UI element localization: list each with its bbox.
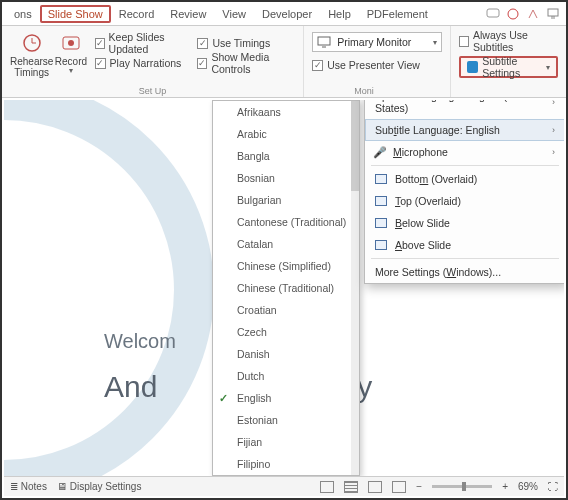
language-option[interactable]: Cantonese (Traditional) xyxy=(213,211,359,233)
monitor-dropdown[interactable]: Primary Monitor ▾ xyxy=(312,32,442,52)
menu-below-slide[interactable]: Below Slide xyxy=(365,212,564,234)
clock-icon xyxy=(21,32,43,54)
position-icon xyxy=(375,174,387,184)
scrollbar-thumb[interactable] xyxy=(351,101,359,191)
language-option[interactable]: Danish xyxy=(213,343,359,365)
menu-more-settings[interactable]: More Settings (Windows)... xyxy=(365,261,564,283)
reading-view-icon[interactable] xyxy=(368,481,382,493)
menu-spoken-language[interactable]: Spoken Language: English (United States)… xyxy=(365,100,564,119)
language-option[interactable]: Croatian xyxy=(213,299,359,321)
menu-bottom-overlaid[interactable]: Bottom (Overlaid) xyxy=(365,168,564,190)
zoom-out-button[interactable]: − xyxy=(416,481,422,492)
language-option[interactable]: Fijian xyxy=(213,431,359,453)
share-icon[interactable] xyxy=(526,7,540,21)
menu-above-slide[interactable]: Above Slide xyxy=(365,234,564,256)
use-presenter-label: Use Presenter View xyxy=(327,59,420,71)
subtitle-settings-menu: Spoken Language: English (United States)… xyxy=(364,100,564,284)
tab-pdfelement[interactable]: PDFelement xyxy=(359,5,436,23)
language-option[interactable]: Arabic xyxy=(213,123,359,145)
position-icon xyxy=(375,218,387,228)
play-narrations-label: Play Narrations xyxy=(110,57,182,69)
menu-microphone[interactable]: 🎤 Microphone › xyxy=(365,141,564,163)
chevron-down-icon: ▾ xyxy=(69,67,73,76)
tab-view[interactable]: View xyxy=(214,5,254,23)
position-icon xyxy=(375,240,387,250)
subtitle-settings-button[interactable]: Subtitle Settings ▾ xyxy=(459,56,558,78)
menu-spoken-label: Spoken Language: English (United States) xyxy=(375,100,544,114)
record-circle-icon[interactable] xyxy=(506,7,520,21)
group-captions: Always Use Subtitles Subtitle Settings ▾ xyxy=(451,26,566,97)
comments-icon[interactable] xyxy=(486,7,500,21)
fit-to-window-button[interactable]: ⛶ xyxy=(548,481,558,492)
status-bar: ≣ Notes 🖥 Display Settings − + 69% ⛶ xyxy=(4,476,564,496)
checkbox-checked-icon xyxy=(95,38,105,49)
zoom-in-button[interactable]: + xyxy=(502,481,508,492)
tab-review[interactable]: Review xyxy=(162,5,214,23)
ribbon: Rehearse Timings Record ▾ Keep Slides Up… xyxy=(2,26,566,98)
svg-rect-2 xyxy=(548,9,558,16)
language-option[interactable]: Bangla xyxy=(213,145,359,167)
scrollbar[interactable] xyxy=(351,101,359,475)
language-option[interactable]: Chinese (Simplified) xyxy=(213,255,359,277)
play-narrations-checkbox[interactable]: Play Narrations xyxy=(95,54,186,72)
show-media-label: Show Media Controls xyxy=(211,51,289,75)
language-option[interactable]: English xyxy=(213,387,359,409)
language-option[interactable]: Estonian xyxy=(213,409,359,431)
chevron-right-icon: › xyxy=(552,147,555,157)
menu-top-overlaid[interactable]: Top (Overlaid) xyxy=(365,190,564,212)
language-option[interactable]: Afrikaans xyxy=(213,101,359,123)
present-icon[interactable] xyxy=(546,7,560,21)
tab-record[interactable]: Record xyxy=(111,5,162,23)
slide-text-welcome-frag: Welcom xyxy=(104,330,176,353)
checkbox-checked-icon xyxy=(197,38,208,49)
zoom-slider[interactable] xyxy=(432,485,492,488)
quick-access-toolbar xyxy=(486,7,566,21)
notes-button[interactable]: ≣ Notes xyxy=(10,481,47,492)
subtitle-language-list[interactable]: AfrikaansArabicBanglaBosnianBulgarianCan… xyxy=(212,100,360,476)
keep-slides-updated-checkbox[interactable]: Keep Slides Updated xyxy=(95,34,186,52)
language-option[interactable]: Catalan xyxy=(213,233,359,255)
display-settings-button[interactable]: 🖥 Display Settings xyxy=(57,481,141,492)
group-monitors-label-frag: Moni xyxy=(304,86,450,96)
language-option[interactable]: Bosnian xyxy=(213,167,359,189)
menu-top-label: Top (Overlaid) xyxy=(395,195,461,207)
sorter-view-icon[interactable] xyxy=(344,481,358,493)
language-option[interactable]: Bulgarian xyxy=(213,189,359,211)
language-option[interactable]: Chinese (Traditional) xyxy=(213,277,359,299)
use-presenter-checkbox[interactable]: Use Presenter View xyxy=(312,56,442,74)
menu-subtitle-label: Subtitle Language: English xyxy=(375,124,500,136)
menu-subtitle-language[interactable]: Subtitle Language: English › xyxy=(365,119,564,141)
tab-developer[interactable]: Developer xyxy=(254,5,320,23)
tab-help[interactable]: Help xyxy=(320,5,359,23)
subtitle-settings-label: Subtitle Settings xyxy=(482,55,542,79)
language-option[interactable]: Dutch xyxy=(213,365,359,387)
show-media-checkbox[interactable]: Show Media Controls xyxy=(197,54,289,72)
menu-below-label: Below Slide xyxy=(395,217,450,229)
rehearse-label2: Timings xyxy=(14,67,49,78)
slide-area: Welcom And any AfrikaansArabicBanglaBosn… xyxy=(4,100,564,476)
cc-icon xyxy=(467,61,478,73)
svg-rect-0 xyxy=(487,9,499,17)
decorative-circle xyxy=(4,100,214,476)
chevron-down-icon: ▾ xyxy=(433,38,437,47)
zoom-level[interactable]: 69% xyxy=(518,481,538,492)
checkbox-unchecked-icon xyxy=(459,36,469,47)
tab-slideshow[interactable]: Slide Show xyxy=(40,5,111,23)
normal-view-icon[interactable] xyxy=(320,481,334,493)
use-timings-label: Use Timings xyxy=(212,37,270,49)
position-icon xyxy=(375,196,387,206)
svg-rect-6 xyxy=(318,37,330,45)
tab-transitions-frag[interactable]: ons xyxy=(6,5,40,23)
menu-microphone-label: Microphone xyxy=(393,146,448,158)
always-subtitles-label: Always Use Subtitles xyxy=(473,29,558,53)
slideshow-view-icon[interactable] xyxy=(392,481,406,493)
microphone-icon: 🎤 xyxy=(375,146,385,158)
always-subtitles-checkbox[interactable]: Always Use Subtitles xyxy=(459,32,558,50)
keep-slides-updated-label: Keep Slides Updated xyxy=(109,31,186,55)
language-option[interactable]: Filipino xyxy=(213,453,359,475)
use-timings-checkbox[interactable]: Use Timings xyxy=(197,34,289,52)
language-option[interactable]: Czech xyxy=(213,321,359,343)
monitor-icon xyxy=(317,36,331,48)
chevron-right-icon: › xyxy=(552,125,555,135)
group-setup-label: Set Up xyxy=(2,86,303,96)
